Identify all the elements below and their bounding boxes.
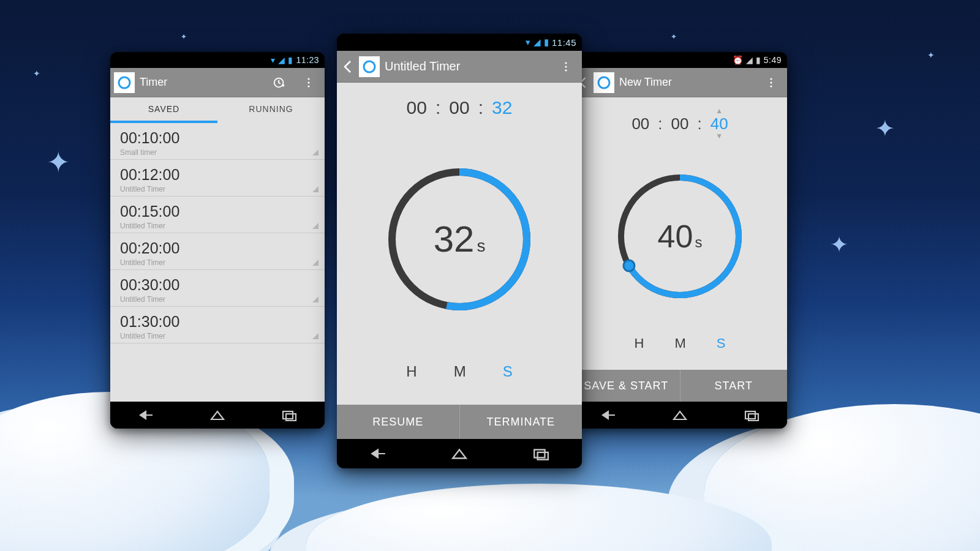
time-digits: 00 : 00 : ▲ 40 ▼ (573, 97, 787, 144)
recent-icon[interactable] (281, 409, 297, 421)
svg-rect-15 (538, 452, 548, 460)
svg-text:40s: 40s (658, 219, 703, 254)
signal-icon: ◢ (746, 55, 753, 65)
phone-right: ⏰ ◢ ▮ 5:49 New Timer 00 : 00 : ▲ 40 ▼ (573, 52, 787, 429)
unit-seconds[interactable]: S (503, 363, 513, 380)
action-bar: SAVE & START START (573, 370, 787, 402)
list-item[interactable]: 00:12:00Untitled Timer (110, 160, 325, 197)
app-title: New Timer (619, 76, 754, 89)
wifi-icon: ▾ (526, 37, 530, 48)
saved-timer-list: 00:10:00Small timer 00:12:00Untitled Tim… (110, 123, 325, 402)
add-timer-button[interactable] (267, 70, 292, 95)
status-bar: ▾ ◢ ▮ 11:45 (337, 34, 582, 51)
app-bar: Untitled Timer (337, 51, 582, 83)
unit-selector: H M S (337, 356, 582, 405)
battery-icon: ▮ (288, 55, 293, 65)
back-icon[interactable] (369, 447, 386, 460)
svg-point-0 (119, 77, 130, 88)
save-and-start-button[interactable]: SAVE & START (573, 370, 680, 402)
app-bar: Timer (110, 68, 325, 97)
tab-bar: SAVED RUNNING (110, 97, 325, 123)
status-time: 5:49 (764, 55, 782, 65)
app-title: Untitled Timer (385, 59, 549, 73)
svg-rect-14 (535, 450, 545, 458)
svg-rect-24 (745, 411, 755, 419)
unit-seconds[interactable]: S (717, 335, 726, 351)
overflow-menu-button[interactable] (759, 70, 783, 95)
recent-icon[interactable] (744, 409, 760, 421)
svg-point-7 (364, 61, 375, 72)
svg-point-2 (307, 78, 309, 80)
home-icon[interactable] (672, 409, 688, 421)
action-bar: RESUME TERMINATE (337, 405, 582, 439)
status-bar: ▾ ◢ ▮ 11:23 (110, 52, 325, 68)
status-bar: ⏰ ◢ ▮ 5:49 (573, 52, 787, 68)
tab-running[interactable]: RUNNING (217, 97, 325, 123)
svg-point-18 (770, 81, 772, 83)
resume-button[interactable]: RESUME (337, 405, 459, 439)
terminate-button[interactable]: TERMINATE (459, 405, 582, 439)
home-icon[interactable] (451, 447, 468, 460)
app-logo (359, 56, 380, 77)
nav-bar (110, 402, 325, 429)
start-button[interactable]: START (680, 370, 788, 402)
svg-point-8 (565, 62, 567, 64)
svg-rect-5 (283, 411, 293, 419)
signal-icon: ◢ (278, 55, 285, 65)
app-title: Timer (140, 76, 262, 89)
phone-left: ▾ ◢ ▮ 11:23 Timer SAVED RUNNING 00:10:00… (110, 52, 325, 429)
app-bar: New Timer (573, 68, 787, 97)
digit-hours[interactable]: 00 (407, 97, 427, 118)
svg-rect-25 (748, 414, 758, 421)
svg-point-9 (565, 66, 567, 67)
digit-minutes[interactable]: 00 (449, 97, 469, 118)
unit-minutes[interactable]: M (674, 335, 685, 351)
progress-ring: 32s (337, 123, 582, 356)
digit-seconds[interactable]: 32 (492, 97, 512, 118)
wifi-icon: ▾ (271, 55, 275, 65)
nav-bar (337, 439, 582, 468)
overflow-menu-button[interactable] (554, 54, 578, 79)
alarm-icon: ⏰ (733, 55, 743, 65)
list-item[interactable]: 01:30:00Untitled Timer (110, 307, 325, 343)
digit-hours[interactable]: 00 (631, 114, 649, 133)
recent-icon[interactable] (532, 447, 549, 460)
svg-point-3 (307, 81, 309, 83)
list-item[interactable]: 00:10:00Small timer (110, 123, 325, 160)
decrease-seconds-button[interactable]: ▼ (715, 133, 723, 140)
digit-minutes[interactable]: 00 (671, 114, 689, 133)
digit-seconds[interactable]: 40 (710, 114, 728, 133)
status-time: 11:45 (552, 37, 576, 48)
svg-text:32s: 32s (434, 219, 486, 260)
battery-icon: ▮ (544, 37, 549, 48)
list-item[interactable]: 00:15:00Untitled Timer (110, 197, 325, 233)
app-logo (114, 72, 135, 93)
increase-seconds-button[interactable]: ▲ (715, 108, 723, 114)
tab-saved[interactable]: SAVED (110, 97, 217, 123)
home-icon[interactable] (209, 409, 225, 421)
svg-point-22 (624, 260, 635, 271)
battery-icon: ▮ (756, 55, 761, 65)
list-item[interactable]: 00:30:00Untitled Timer (110, 270, 325, 307)
unit-hours[interactable]: H (406, 363, 417, 380)
overflow-menu-button[interactable] (296, 70, 321, 95)
svg-point-17 (770, 78, 772, 80)
status-time: 11:23 (296, 55, 319, 65)
svg-point-4 (307, 85, 309, 87)
signal-icon: ◢ (533, 37, 541, 48)
svg-rect-6 (286, 414, 296, 421)
svg-point-10 (565, 69, 567, 71)
back-icon[interactable] (600, 409, 616, 421)
progress-ring[interactable]: 40s (573, 144, 787, 328)
back-button[interactable] (341, 54, 354, 79)
back-icon[interactable] (138, 409, 154, 421)
phone-center: ▾ ◢ ▮ 11:45 Untitled Timer 00 : 00 : 32 … (337, 34, 582, 468)
time-digits: 00 : 00 : 32 (337, 83, 582, 123)
unit-minutes[interactable]: M (454, 363, 466, 380)
svg-point-19 (770, 85, 772, 87)
nav-bar (573, 402, 787, 429)
list-item[interactable]: 00:20:00Untitled Timer (110, 233, 325, 270)
svg-point-16 (598, 77, 609, 88)
unit-hours[interactable]: H (635, 335, 644, 351)
unit-selector: H M S (573, 328, 787, 370)
